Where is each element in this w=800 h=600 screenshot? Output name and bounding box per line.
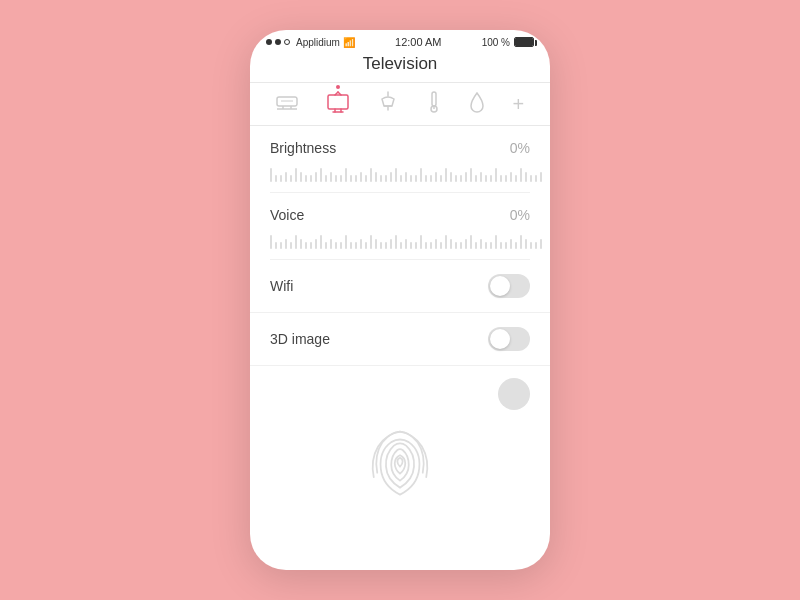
status-bar: Applidium 📶 12:00 AM 100 % — [250, 30, 550, 50]
image3d-row: 3D image — [250, 313, 550, 366]
tab-add[interactable]: + — [512, 93, 524, 116]
content-area: Brightness 0% Voice 0% Wifi — [250, 126, 550, 570]
tab-light[interactable] — [377, 91, 399, 117]
voice-label: Voice — [270, 207, 304, 223]
tab-ac[interactable] — [276, 94, 298, 115]
svg-rect-7 — [328, 95, 348, 109]
signal-dot-3 — [284, 39, 290, 45]
signal-dot-1 — [266, 39, 272, 45]
carrier-name: Applidium — [296, 37, 340, 48]
tab-bar: + — [250, 82, 550, 126]
circle-button[interactable] — [498, 378, 530, 410]
light-icon — [377, 91, 399, 117]
battery-fill — [515, 38, 533, 46]
voice-value: 0% — [510, 207, 530, 223]
battery-icon — [514, 37, 534, 47]
image3d-toggle[interactable] — [488, 327, 530, 351]
bottom-area — [250, 366, 550, 524]
image3d-toggle-knob — [490, 329, 510, 349]
status-time: 12:00 AM — [395, 36, 441, 48]
phone-frame: Applidium 📶 12:00 AM 100 % Television — [250, 30, 550, 570]
wifi-status-icon: 📶 — [343, 37, 355, 48]
ac-icon — [276, 94, 298, 115]
wifi-label: Wifi — [270, 278, 293, 294]
voice-ticks — [270, 231, 530, 249]
brightness-label: Brightness — [270, 140, 336, 156]
brightness-setting: Brightness 0% — [250, 126, 550, 182]
voice-setting: Voice 0% — [250, 193, 550, 249]
page-title: Television — [250, 50, 550, 82]
tab-temp[interactable] — [427, 91, 441, 117]
status-right: 100 % — [482, 37, 534, 48]
tv-icon — [326, 91, 350, 117]
voice-slider[interactable] — [270, 231, 530, 249]
brightness-header: Brightness 0% — [270, 140, 530, 156]
battery-percentage: 100 % — [482, 37, 510, 48]
brightness-value: 0% — [510, 140, 530, 156]
tab-tv[interactable] — [326, 91, 350, 117]
brightness-ticks — [270, 164, 530, 182]
fingerprint-icon[interactable] — [365, 424, 435, 504]
svg-rect-14 — [432, 92, 436, 106]
wifi-row: Wifi — [250, 260, 550, 313]
water-icon — [469, 91, 485, 117]
temp-icon — [427, 91, 441, 117]
wifi-toggle-knob — [490, 276, 510, 296]
status-left: Applidium 📶 — [266, 37, 355, 48]
tab-water[interactable] — [469, 91, 485, 117]
brightness-slider[interactable] — [270, 164, 530, 182]
plus-icon: + — [512, 93, 524, 116]
image3d-label: 3D image — [270, 331, 330, 347]
signal-dot-2 — [275, 39, 281, 45]
tab-active-indicator — [336, 85, 340, 89]
voice-header: Voice 0% — [270, 207, 530, 223]
wifi-toggle[interactable] — [488, 274, 530, 298]
